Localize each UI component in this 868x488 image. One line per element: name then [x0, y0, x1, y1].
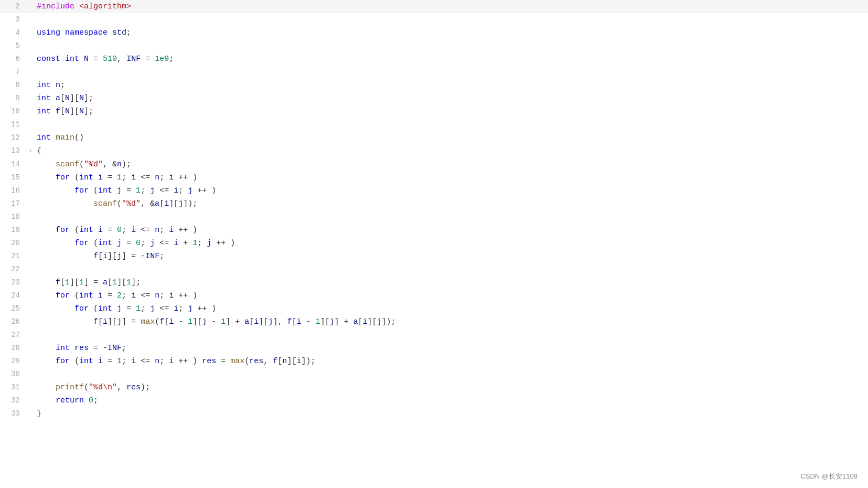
id-token: j — [117, 239, 122, 248]
plain-token: = — [141, 55, 155, 63]
id-token: j — [150, 186, 155, 195]
kw-token: int — [79, 173, 93, 182]
id-token: N — [84, 55, 89, 63]
plain-token: [ — [358, 317, 363, 326]
plain-token: , — [263, 357, 273, 366]
plain-token: ]); — [183, 199, 197, 208]
plain-token: ( — [70, 357, 79, 366]
line-number: 2 — [0, 0, 26, 13]
plain-token: ( — [117, 199, 122, 208]
kw-token: for — [56, 357, 70, 366]
plain-token — [112, 304, 117, 313]
code-line: 14 scanf("%d", &n); — [0, 158, 868, 171]
num-token: 0 — [136, 239, 141, 248]
code-line: 5 — [0, 39, 868, 52]
line-content: int n; — [35, 79, 65, 92]
plain-token: = — [216, 357, 230, 366]
kw-token: int — [79, 226, 93, 235]
line-number: 16 — [0, 184, 26, 197]
num-token: 0 — [117, 226, 122, 235]
plain-token: - — [207, 317, 221, 326]
plain-token: = — [122, 186, 136, 195]
fold-indicator[interactable]: ▾ — [26, 145, 35, 158]
num-token: 1 — [117, 357, 122, 366]
num-token: 510 — [103, 55, 117, 63]
plain-token: = — [103, 226, 117, 235]
id-token: f — [159, 317, 164, 326]
plain-token: ; — [159, 173, 169, 182]
plain-token: ][ — [70, 94, 79, 103]
id-token: INF — [145, 252, 159, 261]
num-token: 1 — [221, 317, 226, 326]
id-token: f — [56, 107, 60, 116]
plain-token: ( — [89, 239, 98, 248]
plain-token: { — [37, 146, 41, 155]
str-token: "%d" — [84, 160, 103, 169]
num-token: 1 — [136, 304, 141, 313]
id-token: a — [244, 317, 249, 326]
code-line: 2#include <algorithm> — [0, 0, 868, 13]
id-token: j — [150, 239, 155, 248]
plain-token: ++ ) — [174, 173, 197, 182]
line-content: } — [35, 407, 41, 420]
fn-token: main — [56, 133, 74, 142]
fn-token: scanf — [93, 199, 117, 208]
num-token: 1 — [188, 317, 192, 326]
id-token: i — [174, 186, 178, 195]
id-token: res — [74, 344, 89, 353]
fn-token: scanf — [56, 160, 79, 169]
plain-token: ; — [141, 304, 150, 313]
num-token: 1 — [192, 239, 197, 248]
plain-token: = — [122, 304, 136, 313]
plain-token: = — [103, 291, 117, 300]
plain-token: [ — [98, 317, 103, 326]
line-content: int a[N][N]; — [35, 92, 93, 105]
plain-token: - — [301, 317, 315, 326]
plain-token: ][ — [169, 199, 178, 208]
plain-token — [112, 239, 117, 248]
id-token: j — [117, 186, 122, 195]
plain-token: , — [117, 383, 126, 392]
line-number: 6 — [0, 52, 26, 66]
plain-token: ; — [159, 226, 169, 235]
id-token: j — [117, 252, 122, 261]
plain-token — [60, 28, 65, 37]
kw-token: int — [98, 186, 112, 195]
code-editor: 2#include <algorithm>34using namespace s… — [0, 0, 868, 488]
plain-token: ++ ) — [174, 226, 197, 235]
plain-token: ; — [159, 357, 169, 366]
line-number: 29 — [0, 355, 26, 368]
plain-token: () — [74, 133, 84, 142]
plain-token: ++ ) — [174, 357, 202, 366]
line-number: 13 — [0, 144, 26, 157]
line-number: 25 — [0, 302, 26, 315]
kw-token: int — [37, 107, 51, 116]
id-token: i — [363, 317, 368, 326]
plain-token: ( — [244, 357, 249, 366]
plain-token: <= — [155, 239, 174, 248]
line-number: 22 — [0, 263, 26, 276]
num-token: 1 — [65, 278, 70, 287]
line-content: for (int j = 0; j <= i + 1; j ++ ) — [35, 237, 235, 250]
num-token: 1 — [126, 278, 131, 287]
plain-token: = - — [89, 344, 108, 353]
code-line: 12int main() — [0, 131, 868, 144]
line-number: 14 — [0, 158, 26, 171]
watermark-text: CSDN @长安1108 — [800, 470, 858, 483]
id-token: INF — [126, 55, 141, 63]
line-content: f[1][1] = a[1][1]; — [35, 276, 141, 289]
plain-token: ( — [84, 383, 89, 392]
kw-token: int — [98, 304, 112, 313]
plain-token: ][ — [108, 252, 117, 261]
plain-token: ]; — [131, 278, 141, 287]
id-token: j — [202, 317, 207, 326]
plain-token — [84, 396, 89, 405]
code-line: 18 — [0, 210, 868, 224]
line-number: 5 — [0, 39, 26, 52]
plain-token: [ — [60, 107, 65, 116]
plain-token: ][ — [108, 317, 117, 326]
plain-token — [79, 55, 84, 63]
plain-token: [ — [60, 278, 65, 287]
plain-token: ; — [178, 186, 188, 195]
kw-token: int — [79, 357, 93, 366]
